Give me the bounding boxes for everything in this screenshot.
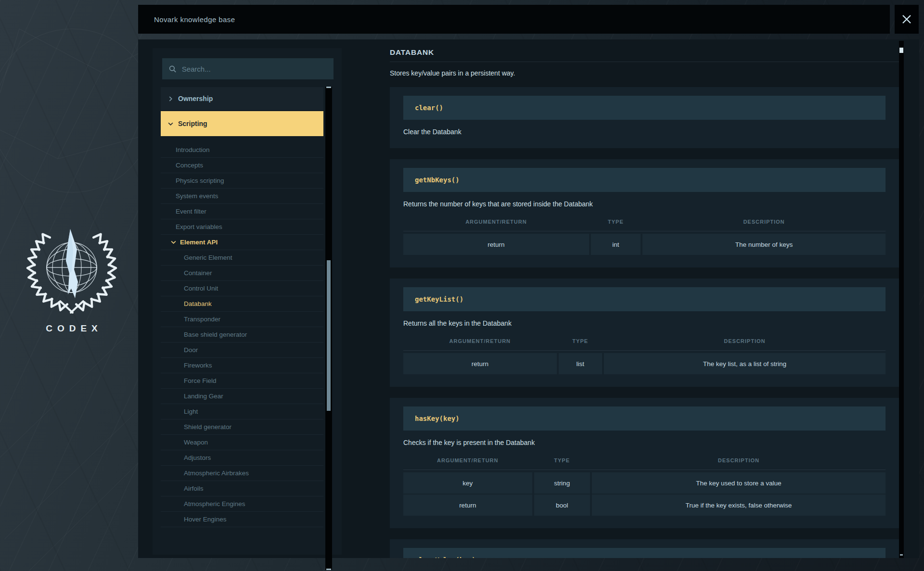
table-cell: The number of keys xyxy=(642,234,886,255)
tree-item-atmospheric-engines[interactable]: Atmospheric Engines xyxy=(161,496,323,512)
main-scrollbar[interactable] xyxy=(899,41,904,558)
table-cell: bool xyxy=(534,495,590,516)
tree-item-label: Landing Gear xyxy=(184,393,223,400)
tree-item-landing-gear[interactable]: Landing Gear xyxy=(161,389,323,404)
main-scroll-bottom-cap xyxy=(900,554,903,556)
tree-item-generic-element[interactable]: Generic Element xyxy=(161,250,323,266)
sidebar-scroll-top-cap xyxy=(326,87,331,88)
tree-item-export-variables[interactable]: Export variables xyxy=(161,219,323,235)
table-column-header: DESCRIPTION xyxy=(604,338,886,344)
tree-item-airfoils[interactable]: Airfoils xyxy=(161,481,323,496)
tree-item-introduction[interactable]: Introduction xyxy=(161,142,323,158)
tree-item-label: Ownership xyxy=(178,95,213,102)
title-divider xyxy=(390,62,899,62)
table-column-header: DESCRIPTION xyxy=(642,219,886,225)
tree-item-atmospheric-airbrakes[interactable]: Atmospheric Airbrakes xyxy=(161,466,323,481)
function-description: Returns all the keys in the Databank xyxy=(403,319,886,327)
argument-table: ARGUMENT/RETURNTYPEDESCRIPTIONreturnintT… xyxy=(403,215,886,255)
tree-item-label: Element API xyxy=(180,239,218,246)
table-column-header: TYPE xyxy=(534,457,590,463)
tree-item-ownership[interactable]: Ownership xyxy=(161,87,323,110)
tree-item-physics-scripting[interactable]: Physics scripting xyxy=(161,173,323,189)
tree-item-label: Introduction xyxy=(176,146,210,153)
sidebar-scrollbar-thumb[interactable] xyxy=(327,260,331,411)
tree-item-label: Adjustors xyxy=(184,454,211,461)
function-signature: getKeyList() xyxy=(415,295,463,303)
function-card-getkeylist: getKeyList()Returns all the keys in the … xyxy=(390,279,899,387)
tree-item-databank[interactable]: Databank xyxy=(161,296,323,312)
function-cards: clear()Clear the Databank getNbKeys()Ret… xyxy=(390,87,899,558)
function-card-clearvalue-key: clearValue(key) xyxy=(390,539,899,558)
tree-item-event-filter[interactable]: Event filter xyxy=(161,204,323,219)
tree-item-weapon[interactable]: Weapon xyxy=(161,435,323,450)
table-cell: True if the key exists, false otherwise xyxy=(592,495,886,516)
table-row: returnintThe number of keys xyxy=(403,234,886,255)
tree-item-label: Atmospheric Engines xyxy=(184,500,245,508)
close-icon xyxy=(901,13,912,25)
tree-item-label: Concepts xyxy=(176,162,203,169)
table-header-divider xyxy=(403,231,886,231)
tree-item-transponder[interactable]: Transponder xyxy=(161,312,323,327)
table-column-header: TYPE xyxy=(559,338,602,344)
sidebar: Ownership ScriptingIntroductionConceptsP… xyxy=(153,48,342,555)
search-box[interactable] xyxy=(162,58,334,79)
function-card-haskey-key: hasKey(key)Checks if the key is present … xyxy=(390,398,899,528)
table-header-divider xyxy=(403,350,886,351)
tree-item-label: Export variables xyxy=(176,223,222,230)
argument-table: ARGUMENT/RETURNTYPEDESCRIPTIONkeystringT… xyxy=(403,454,886,516)
function-card-getnbkeys: getNbKeys()Returns the number of keys th… xyxy=(390,159,899,267)
tree-item-label: System events xyxy=(176,192,218,200)
main-scrollbar-thumb[interactable] xyxy=(899,48,903,53)
main-content: DATABANK Stores key/value pairs in a per… xyxy=(390,48,899,558)
table-row: keystringThe key used to store a value xyxy=(403,472,886,494)
table-cell: return xyxy=(403,495,532,516)
tree-item-scripting[interactable]: Scripting xyxy=(161,111,323,136)
tree-item-hover-engines[interactable]: Hover Engines xyxy=(161,512,323,527)
function-description: Checks if the key is present in the Data… xyxy=(403,439,886,446)
table-cell: list xyxy=(559,353,602,374)
search-input[interactable] xyxy=(182,65,327,73)
tree-item-light[interactable]: Light xyxy=(161,404,323,419)
function-description: Returns the number of keys that are stor… xyxy=(403,200,886,208)
tree-item-label: Airfoils xyxy=(184,485,204,492)
table-header-divider xyxy=(403,469,886,470)
close-button[interactable] xyxy=(895,5,919,34)
tree-item-base-shield-generator[interactable]: Base shield generator xyxy=(161,327,323,343)
codex-emblem-icon xyxy=(24,227,120,315)
function-signature: getNbKeys() xyxy=(415,176,460,184)
function-header: hasKey(key) xyxy=(403,406,886,431)
table-column-header: TYPE xyxy=(591,219,641,225)
tree-item-label: Scripting xyxy=(178,120,207,127)
search-icon xyxy=(169,65,177,73)
codex-logo-label: CODEX xyxy=(24,323,120,334)
table-cell: return xyxy=(403,234,589,255)
tree-item-container[interactable]: Container xyxy=(161,266,323,281)
table-column-header: DESCRIPTION xyxy=(592,457,886,463)
function-header: clearValue(key) xyxy=(403,548,886,558)
tree-item-adjustors[interactable]: Adjustors xyxy=(161,450,323,466)
tree-item-label: Event filter xyxy=(176,208,206,215)
function-signature: hasKey(key) xyxy=(415,415,460,422)
tree-item-force-field[interactable]: Force Field xyxy=(161,373,323,389)
tree-item-system-events[interactable]: System events xyxy=(161,189,323,204)
sidebar-scrollbar[interactable] xyxy=(325,87,332,570)
tree-item-control-unit[interactable]: Control Unit xyxy=(161,281,323,296)
tree-item-label: Door xyxy=(184,346,198,354)
codex-logo: CODEX xyxy=(24,227,120,334)
function-header: getKeyList() xyxy=(403,287,886,311)
chevron-down-icon xyxy=(170,240,176,245)
table-column-header: ARGUMENT/RETURN xyxy=(403,338,557,344)
tree-item-fireworks[interactable]: Fireworks xyxy=(161,358,323,373)
tree-item-concepts[interactable]: Concepts xyxy=(161,158,323,173)
table-cell: key xyxy=(403,472,532,494)
table-cell: The key used to store a value xyxy=(592,472,886,494)
tree-item-door[interactable]: Door xyxy=(161,343,323,358)
tree-item-shield-generator[interactable]: Shield generator xyxy=(161,419,323,435)
tree-item-label: Physics scripting xyxy=(176,177,224,184)
tree-item-label: Generic Element xyxy=(184,254,232,261)
window-title: Novark knowledge base xyxy=(154,15,235,24)
tree-item-label: Transponder xyxy=(184,316,220,323)
tree-item-element-api[interactable]: Element API xyxy=(161,235,323,250)
title-bar: Novark knowledge base xyxy=(138,5,890,34)
function-signature: clear() xyxy=(415,104,443,112)
